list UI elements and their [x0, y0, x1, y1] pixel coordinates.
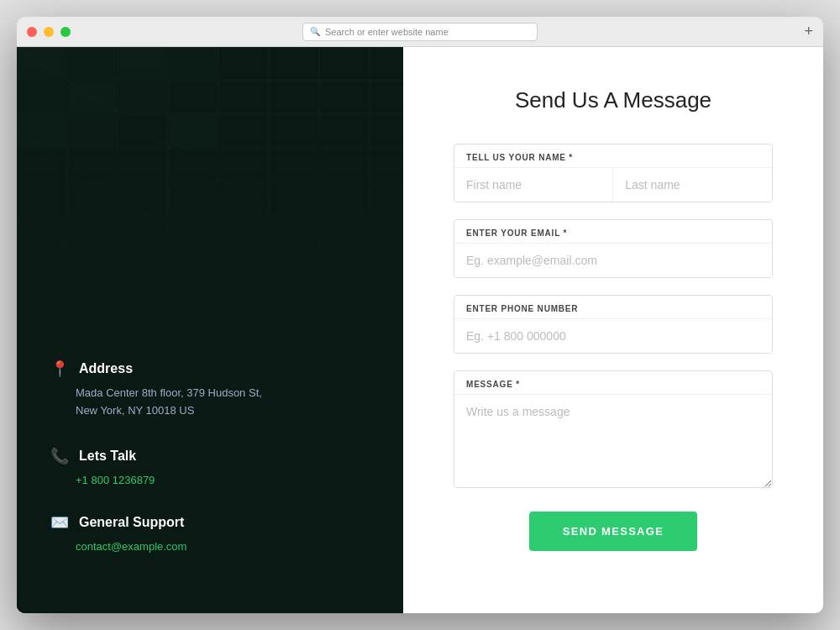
- email-label: ENTER YOUR EMAIL *: [454, 220, 772, 244]
- right-panel: Send Us A Message TELL US YOUR NAME * EN…: [403, 47, 823, 613]
- phone-input[interactable]: [454, 319, 772, 353]
- left-panel: 📍 Address Mada Center 8th floor, 379 Hud…: [17, 47, 403, 613]
- titlebar: 🔍 Search or enter website name +: [17, 17, 823, 47]
- app-window: 🔍 Search or enter website name +: [17, 17, 823, 613]
- url-bar-text: Search or enter website name: [325, 27, 449, 37]
- traffic-lights: [27, 27, 71, 37]
- last-name-input[interactable]: [613, 168, 772, 202]
- minimize-button[interactable]: [44, 27, 54, 37]
- address-line2: New York, NY 10018 US: [76, 402, 370, 420]
- name-row: [454, 168, 772, 202]
- phone-icon: 📞: [50, 447, 69, 465]
- support-title: General Support: [79, 515, 184, 530]
- address-line1: Mada Center 8th floor, 379 Hudson St,: [76, 385, 370, 402]
- address-title: Address: [79, 361, 133, 376]
- close-button[interactable]: [27, 27, 37, 37]
- name-label: TELL US YOUR NAME *: [454, 144, 772, 168]
- phone-section: 📞 Lets Talk +1 800 1236879: [50, 447, 370, 486]
- message-label: MESSAGE *: [454, 371, 772, 395]
- message-group: MESSAGE *: [454, 370, 773, 488]
- send-message-button[interactable]: SEND MESSAGE: [529, 512, 697, 551]
- email-group: ENTER YOUR EMAIL *: [454, 219, 773, 278]
- contact-info: 📍 Address Mada Center 8th floor, 379 Hud…: [50, 360, 370, 580]
- phone-header: 📞 Lets Talk: [50, 447, 370, 465]
- maximize-button[interactable]: [60, 27, 71, 37]
- url-bar[interactable]: 🔍 Search or enter website name: [302, 23, 538, 41]
- location-icon: 📍: [50, 360, 69, 378]
- address-header: 📍 Address: [50, 360, 370, 378]
- contact-form: TELL US YOUR NAME * ENTER YOUR EMAIL * E…: [454, 144, 773, 551]
- support-header: ✉️ General Support: [50, 513, 370, 532]
- email-icon: ✉️: [50, 513, 69, 532]
- first-name-input[interactable]: [454, 168, 613, 202]
- phone-group: ENTER PHONE NUMBER: [454, 295, 773, 354]
- support-email[interactable]: contact@example.com: [76, 540, 370, 553]
- search-icon: 🔍: [310, 27, 320, 36]
- form-title: Send Us A Message: [515, 87, 711, 113]
- name-group: TELL US YOUR NAME *: [454, 144, 773, 202]
- new-tab-button[interactable]: +: [804, 23, 813, 40]
- message-input[interactable]: [454, 395, 772, 487]
- window-content: 📍 Address Mada Center 8th floor, 379 Hud…: [17, 47, 823, 613]
- email-input[interactable]: [454, 244, 772, 277]
- support-section: ✉️ General Support contact@example.com: [50, 513, 370, 553]
- address-section: 📍 Address Mada Center 8th floor, 379 Hud…: [50, 360, 370, 420]
- phone-number[interactable]: +1 800 1236879: [76, 474, 370, 486]
- phone-label: ENTER PHONE NUMBER: [454, 296, 772, 319]
- phone-title: Lets Talk: [79, 449, 136, 464]
